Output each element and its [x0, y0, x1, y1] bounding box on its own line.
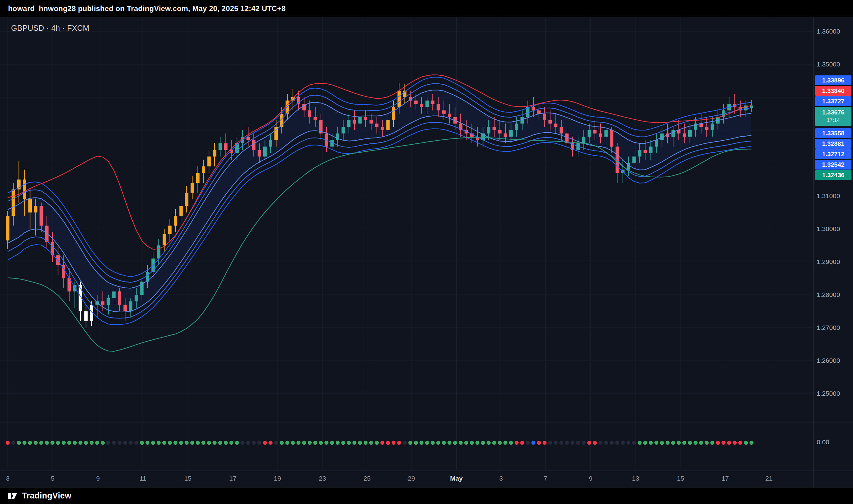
candle — [6, 216, 10, 240]
momentum-dot — [101, 441, 105, 445]
momentum-panel[interactable] — [0, 422, 813, 470]
candle — [437, 104, 440, 110]
page: howard_hnwong28 published on TradingView… — [0, 0, 853, 504]
candle — [381, 127, 384, 130]
candle — [392, 107, 395, 120]
ribbon-upper-2 — [8, 77, 751, 276]
candle — [101, 301, 104, 305]
momentum-dot — [727, 441, 731, 445]
candle — [191, 183, 194, 193]
momentum-dot — [699, 441, 703, 445]
candle — [537, 110, 541, 114]
momentum-dot — [28, 441, 32, 445]
candle — [34, 206, 37, 212]
time-tick-label: 21 — [765, 475, 772, 482]
momentum-dot — [95, 441, 99, 445]
candle — [135, 295, 138, 301]
candle — [168, 226, 172, 234]
momentum-dot — [347, 441, 351, 445]
price-tick-label: 1.31000 — [817, 192, 840, 200]
chart-panel: GBPUSD · 4h · FXCM 35911151719232529May3… — [0, 17, 853, 488]
momentum-dot — [442, 441, 446, 445]
momentum-dot — [526, 441, 530, 445]
momentum-dot — [34, 441, 38, 445]
candle — [369, 120, 373, 124]
momentum-dot — [12, 441, 15, 445]
momentum-dot — [688, 441, 692, 445]
candle — [632, 157, 636, 163]
price-tick-label: 1.25000 — [817, 390, 840, 397]
momentum-dot — [649, 441, 653, 445]
momentum-dot — [515, 441, 519, 445]
momentum-dot — [721, 441, 726, 445]
momentum-dot — [576, 441, 580, 445]
momentum-dot — [593, 441, 597, 445]
tradingview-brand[interactable]: TradingView — [22, 491, 71, 501]
candle — [414, 101, 418, 104]
candle — [112, 291, 116, 298]
momentum-dot — [459, 441, 463, 445]
candle — [359, 117, 362, 123]
time-axis[interactable]: 35911151719232529May37913151721 — [0, 470, 813, 488]
momentum-dot — [218, 441, 222, 445]
momentum-dot — [313, 441, 317, 445]
momentum-dot — [403, 441, 407, 445]
candle — [45, 226, 49, 242]
price-tick-label: 1.30000 — [817, 225, 840, 233]
momentum-dot — [532, 441, 536, 445]
candle — [520, 117, 524, 123]
momentum-dot — [682, 441, 686, 445]
candle — [258, 150, 261, 156]
price-badge: 1.32436 — [815, 170, 851, 180]
momentum-dot — [112, 441, 116, 445]
candle — [386, 120, 389, 130]
price-axis[interactable]: 1.360001.350001.310001.300001.290001.280… — [813, 17, 853, 488]
candle — [543, 114, 546, 120]
momentum-dot — [190, 441, 194, 445]
time-tick-label: May — [450, 475, 463, 482]
candle — [649, 147, 652, 153]
momentum-dot — [123, 441, 127, 445]
momentum-dot — [146, 441, 150, 445]
momentum-dot — [548, 441, 552, 445]
momentum-dot — [604, 441, 608, 445]
momentum-dot — [364, 441, 368, 445]
candle — [711, 124, 714, 130]
price-tick-label: 1.28000 — [817, 291, 840, 299]
candle — [549, 120, 552, 124]
candle — [599, 133, 602, 137]
momentum-dot — [744, 441, 748, 445]
momentum-dot — [492, 441, 496, 445]
price-tick-label: 1.35000 — [817, 60, 840, 68]
candle — [431, 101, 435, 104]
momentum-dot — [84, 441, 88, 445]
time-tick-label: 23 — [319, 475, 326, 482]
momentum-dot — [185, 441, 189, 445]
candle — [705, 127, 709, 130]
candle — [688, 130, 692, 137]
candle — [504, 133, 507, 137]
time-tick-label: 29 — [408, 475, 415, 482]
momentum-dot — [582, 441, 586, 445]
candle — [219, 143, 222, 150]
candle — [610, 130, 613, 147]
momentum-dot — [17, 441, 21, 445]
momentum-dot — [419, 441, 423, 445]
time-tick-label: 19 — [274, 475, 281, 482]
momentum-dot — [638, 441, 642, 445]
momentum-dot — [643, 441, 647, 445]
momentum-dot — [129, 441, 133, 445]
momentum-dot — [106, 441, 110, 445]
candle — [12, 190, 15, 216]
time-tick-label: 3 — [6, 475, 10, 482]
candle — [23, 180, 26, 199]
price-chart[interactable] — [0, 17, 813, 422]
candle — [487, 127, 490, 133]
price-badge: 1.32542 — [815, 160, 851, 169]
momentum-dot — [56, 441, 60, 445]
time-tick-label: 15 — [677, 475, 684, 482]
momentum-dot — [375, 441, 379, 445]
candle — [162, 234, 166, 245]
momentum-dot — [140, 441, 144, 445]
tradingview-logo-icon[interactable] — [7, 492, 18, 500]
